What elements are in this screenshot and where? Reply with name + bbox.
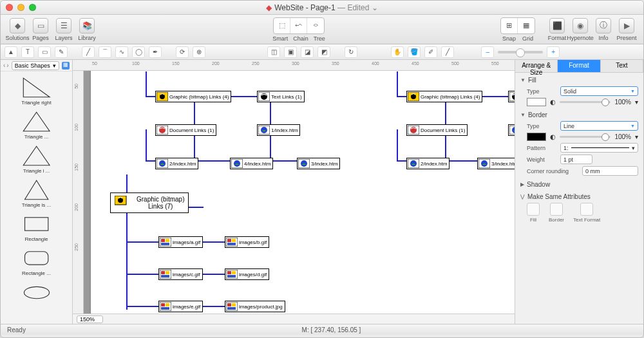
make-same-border[interactable]: Border [549, 203, 564, 223]
color-picker-icon[interactable]: ◐ [550, 99, 556, 106]
svg-rect-53 [232, 303, 236, 306]
tree-button[interactable]: ⌔ [307, 18, 324, 33]
note-tool[interactable]: ✎ [55, 46, 68, 58]
diagram-node[interactable]: Text Links (1) [257, 91, 305, 102]
layers-button[interactable]: ☰Layers [53, 18, 74, 41]
make-same-header[interactable]: ⋁Make Same Attributes [520, 193, 638, 200]
diagram-node[interactable]: 1/index.htm [257, 124, 300, 136]
solutions-button[interactable]: ◆Solutions [7, 18, 28, 41]
text-tool[interactable]: T [21, 46, 34, 58]
panel-nav[interactable]: ‹› [3, 62, 9, 69]
diagram-node[interactable]: Graphic (bitmap) Links (4) [406, 91, 482, 102]
group-tool[interactable]: ▣ [284, 46, 297, 58]
make-same-textformat[interactable]: Text Format [573, 203, 600, 223]
diagram-node[interactable]: images/product.jpg [225, 301, 285, 312]
diagram-node[interactable]: 2/index.htm [155, 158, 198, 169]
diagram-node[interactable]: 2/index.htm [406, 158, 450, 169]
zoom-out-button[interactable]: – [481, 46, 494, 58]
svg-rect-48 [161, 303, 165, 306]
shape-view-toggle[interactable]: ▦ [62, 62, 70, 70]
web-icon [156, 159, 168, 168]
pen-tool[interactable]: ✒ [149, 46, 162, 58]
page[interactable]: Marketing Web Site Graphic (bitmap) Link… [90, 71, 515, 314]
shape-category-dropdown[interactable]: Basic Shapes▾ [12, 61, 59, 70]
border-opacity-slider[interactable] [560, 136, 611, 138]
border-type-select[interactable]: Line▼ [560, 121, 638, 131]
diagram-node[interactable]: images/e.gif [158, 301, 203, 312]
back-tool[interactable]: ◩ [317, 46, 330, 58]
corner-input[interactable]: 0 mm [582, 166, 638, 176]
zoom-slider[interactable] [498, 51, 543, 53]
front-tool[interactable]: ◪ [301, 46, 314, 58]
section-tool[interactable]: ▭ [38, 46, 51, 58]
align-tool[interactable]: ◫ [267, 46, 280, 58]
diagram-node[interactable]: 3/index.htm [477, 158, 515, 169]
weight-label: Weight [527, 156, 556, 163]
diagram-node[interactable]: Graphic (bitmap) Links (4) [155, 91, 231, 102]
svg-rect-46 [227, 275, 236, 277]
color-picker-icon[interactable]: ◐ [550, 133, 556, 140]
shape-rectangle[interactable]: Rectangle ... [1, 245, 72, 279]
line-tool[interactable]: ╱ [82, 46, 95, 58]
make-same-fill[interactable]: Fill [527, 203, 540, 223]
diagram-node[interactable]: 1/index.htm [508, 124, 515, 136]
zoom-in-button[interactable]: + [547, 46, 560, 58]
window-title: ◆WebSite - Page-1 — Edited ⌄ [1, 3, 643, 12]
canvas[interactable]: Marketing Web Site Graphic (bitmap) Link… [84, 71, 515, 314]
diagram-node-large[interactable]: Graphic (bitmap) Links (7) [110, 192, 189, 213]
eyedropper-tool[interactable]: ╱ [441, 46, 454, 58]
dropper-tool[interactable]: ✐ [424, 46, 437, 58]
diagram-node[interactable]: Document Links (1) [155, 124, 216, 136]
arc-tool[interactable]: ⌒ [99, 46, 111, 58]
smart-button[interactable]: ⬚ [274, 18, 290, 33]
shape-triangle[interactable]: Triangle ... [1, 108, 72, 142]
shadow-section-header[interactable]: ▶Shadow [520, 181, 638, 188]
stamp-tool[interactable]: ⊕ [193, 46, 205, 58]
diagram-node[interactable]: images/a.gif [158, 236, 203, 248]
shape-rectangle[interactable]: Rectangle [1, 211, 72, 245]
fill-color-swatch[interactable] [527, 98, 546, 106]
format-button[interactable]: ⬛Format [547, 18, 567, 41]
snap-button[interactable]: ⊞ [501, 18, 518, 33]
tab-arrangesize[interactable]: Arrange & Size [515, 60, 558, 72]
minimize-icon[interactable] [17, 4, 24, 11]
doc-icon [156, 126, 168, 135]
info-button[interactable]: ⓘInfo [593, 18, 614, 41]
diagram-node[interactable]: images/b.gif [225, 236, 269, 248]
tab-text[interactable]: Text [601, 60, 643, 72]
weight-input[interactable]: 1 pt [560, 155, 592, 164]
library-button[interactable]: 📚Library [77, 18, 97, 41]
diagram-node[interactable]: Document Links (1) [406, 124, 468, 136]
diagram-node[interactable]: Text Lin [508, 91, 515, 102]
crop-tool[interactable]: ⟳ [176, 46, 189, 58]
hypernote-button[interactable]: ◉Hypernote [570, 18, 591, 41]
spline-tool[interactable]: ∿ [115, 46, 128, 58]
rotate-tool[interactable]: ↻ [345, 46, 357, 58]
shape-triangleis[interactable]: Triangle is ... [1, 176, 72, 211]
close-icon[interactable] [6, 4, 13, 11]
pan-tool[interactable]: ✋ [391, 46, 404, 58]
grid-button[interactable]: ▦ [518, 18, 535, 33]
fill-tool[interactable]: 🪣 [408, 46, 421, 58]
fill-type-select[interactable]: Solid▼ [560, 86, 638, 96]
shape-triangleright[interactable]: Triangle right [1, 74, 72, 108]
shape-ellipse[interactable] [1, 279, 72, 306]
chain-button[interactable]: ⬿ [290, 18, 307, 33]
present-button[interactable]: ▶Present [616, 18, 637, 41]
diagram-node[interactable]: images/d.gif [225, 268, 269, 280]
fill-opacity-slider[interactable] [560, 101, 611, 103]
zoom-select[interactable]: 150% [77, 315, 103, 323]
zoom-icon[interactable] [29, 4, 36, 11]
pattern-select[interactable]: 1:▾ [560, 143, 638, 153]
fill-section-header[interactable]: ▼Fill [520, 77, 638, 84]
pointer-tool[interactable]: ▲ [5, 46, 17, 58]
pages-button[interactable]: ▭Pages [30, 18, 51, 41]
border-color-swatch[interactable] [527, 133, 546, 141]
tab-format[interactable]: Format [558, 60, 600, 72]
shape-trianglei[interactable]: Triangle i ... [1, 142, 72, 176]
diagram-node[interactable]: 4/index.htm [230, 158, 273, 169]
shape-tool[interactable]: ◯ [132, 46, 145, 58]
diagram-node[interactable]: 3/index.htm [297, 158, 340, 169]
border-section-header[interactable]: ▼Border [520, 111, 638, 118]
diagram-node[interactable]: images/c.gif [158, 268, 203, 280]
